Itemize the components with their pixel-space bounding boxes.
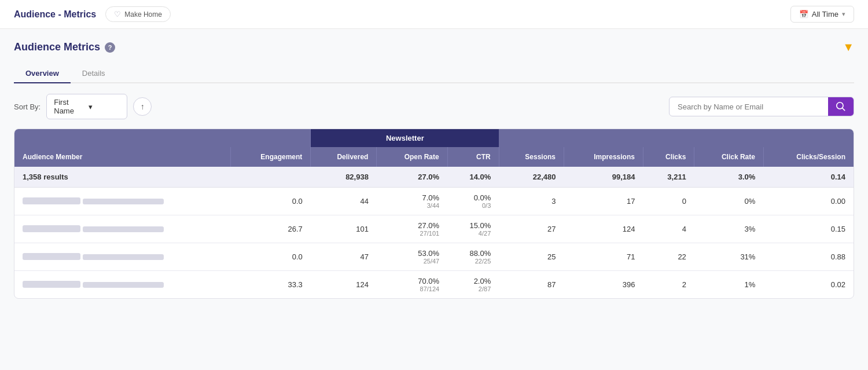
page-title-row: Audience Metrics ? — [14, 41, 115, 53]
ctr-main: 15.0% — [455, 221, 491, 230]
audience-member-cell — [14, 271, 230, 299]
audience-member-cell — [14, 215, 230, 243]
clicks-cell: 0 — [643, 188, 694, 215]
search-wrap — [669, 97, 854, 116]
calendar-icon: 📅 — [799, 10, 808, 19]
data-table-container: Newsletter Audience Member Engagement De… — [14, 129, 854, 299]
totals-clicks: 3,211 — [643, 167, 694, 188]
open-rate-cell: 7.0% 3/44 — [377, 188, 447, 215]
sessions-cell: 87 — [499, 271, 564, 299]
open-rate-sub: 25/47 — [385, 258, 439, 265]
newsletter-group-header: Newsletter — [311, 129, 499, 147]
clicks-session-cell: 0.00 — [763, 188, 854, 215]
table-wrapper: Newsletter Audience Member Engagement De… — [14, 129, 854, 298]
top-nav: Audience - Metrics ♡ Make Home 📅 All Tim… — [0, 0, 868, 29]
sort-row: Sort By: First Name ▾ ↑ — [14, 94, 152, 119]
impressions-cell: 396 — [564, 271, 643, 299]
search-input[interactable] — [670, 98, 828, 116]
audience-name — [23, 225, 80, 232]
clicks-cell: 2 — [643, 271, 694, 299]
open-rate-main: 27.0% — [385, 221, 439, 230]
audience-metrics-table: Newsletter Audience Member Engagement De… — [14, 129, 854, 298]
make-home-button[interactable]: ♡ Make Home — [105, 6, 171, 22]
ctr-main: 0.0% — [455, 193, 491, 202]
impressions-cell: 71 — [564, 243, 643, 271]
right-spacer-header — [499, 129, 854, 147]
ctr-main: 88.0% — [455, 249, 491, 258]
col-clicks-session: Clicks/Session — [763, 147, 854, 167]
delivered-cell: 124 — [311, 271, 377, 299]
engagement-cell: 33.3 — [230, 271, 311, 299]
heart-icon: ♡ — [114, 10, 121, 19]
time-filter-label: All Time — [812, 10, 838, 19]
open-rate-cell: 53.0% 25/47 — [377, 243, 447, 271]
totals-click-rate: 3.0% — [694, 167, 764, 188]
table-row: 0.0 44 7.0% 3/44 0.0% 0/3 3 17 0 — [14, 188, 854, 215]
ctr-cell: 2.0% 2/87 — [447, 271, 499, 299]
audience-email — [83, 226, 164, 232]
group-header-row: Newsletter — [14, 129, 854, 147]
filter-icon[interactable]: ▼ — [843, 41, 854, 54]
totals-clicks-session: 0.14 — [763, 167, 854, 188]
totals-ctr: 14.0% — [447, 167, 499, 188]
click-rate-cell: 31% — [694, 243, 764, 271]
delivered-cell: 47 — [311, 243, 377, 271]
click-rate-cell: 0% — [694, 188, 764, 215]
ctr-sub: 0/3 — [455, 202, 491, 209]
ctr-cell: 15.0% 4/27 — [447, 215, 499, 243]
impressions-cell: 124 — [564, 215, 643, 243]
tabs-bar: Overview Details — [14, 64, 854, 83]
time-filter-wrap: 📅 All Time ▾ — [790, 6, 854, 23]
chevron-down-icon: ▾ — [842, 10, 845, 18]
search-button[interactable] — [828, 97, 854, 116]
col-engagement: Engagement — [230, 147, 311, 167]
clicks-cell: 4 — [643, 215, 694, 243]
page-title: Audience Metrics — [14, 41, 100, 53]
ctr-cell: 0.0% 0/3 — [447, 188, 499, 215]
spacer-header — [14, 129, 311, 147]
delivered-cell: 101 — [311, 215, 377, 243]
clicks-session-cell: 0.02 — [763, 271, 854, 299]
totals-sessions: 22,480 — [499, 167, 564, 188]
sort-select[interactable]: First Name ▾ — [46, 94, 127, 119]
table-row: 0.0 47 53.0% 25/47 88.0% 22/25 25 71 22 — [14, 243, 854, 271]
col-open-rate: Open Rate — [377, 147, 447, 167]
audience-name — [23, 253, 80, 260]
time-filter-button[interactable]: 📅 All Time ▾ — [790, 6, 854, 23]
click-rate-cell: 3% — [694, 215, 764, 243]
sessions-cell: 3 — [499, 188, 564, 215]
audience-member-cell — [14, 188, 230, 215]
page-header: Audience Metrics ? ▼ — [14, 41, 854, 54]
open-rate-main: 53.0% — [385, 249, 439, 258]
sort-chevron-icon: ▾ — [89, 102, 120, 111]
open-rate-sub: 87/124 — [385, 285, 439, 292]
engagement-cell: 0.0 — [230, 188, 311, 215]
sort-selected-value: First Name — [54, 98, 85, 115]
tab-details[interactable]: Details — [71, 64, 117, 83]
totals-delivered: 82,938 — [311, 167, 377, 188]
open-rate-main: 70.0% — [385, 277, 439, 285]
open-rate-main: 7.0% — [385, 193, 439, 202]
info-icon[interactable]: ? — [105, 42, 115, 53]
column-header-row: Audience Member Engagement Delivered Ope… — [14, 147, 854, 167]
ctr-sub: 4/27 — [455, 230, 491, 237]
make-home-label: Make Home — [124, 10, 162, 19]
ctr-sub: 2/87 — [455, 285, 491, 292]
ctr-cell: 88.0% 22/25 — [447, 243, 499, 271]
col-audience-member: Audience Member — [14, 147, 230, 167]
sort-direction-button[interactable]: ↑ — [133, 97, 152, 116]
col-click-rate: Click Rate — [694, 147, 764, 167]
tab-overview[interactable]: Overview — [14, 64, 71, 83]
table-row: 33.3 124 70.0% 87/124 2.0% 2/87 87 396 2 — [14, 271, 854, 299]
top-nav-left: Audience - Metrics ♡ Make Home — [14, 6, 171, 22]
audience-name — [23, 197, 80, 204]
engagement-cell: 26.7 — [230, 215, 311, 243]
open-rate-cell: 27.0% 27/101 — [377, 215, 447, 243]
totals-row: 1,358 results 82,938 27.0% 14.0% 22,480 … — [14, 167, 854, 188]
clicks-session-cell: 0.88 — [763, 243, 854, 271]
engagement-cell: 0.0 — [230, 243, 311, 271]
col-impressions: Impressions — [564, 147, 643, 167]
audience-email — [83, 199, 164, 204]
sort-label: Sort By: — [14, 102, 41, 111]
audience-member-cell — [14, 243, 230, 271]
